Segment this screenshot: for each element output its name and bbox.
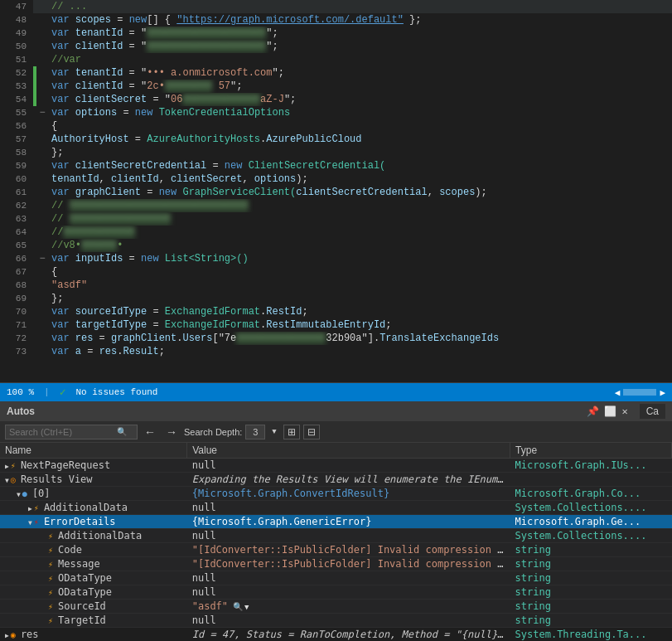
prop-icon: ⚡ — [48, 602, 58, 611]
search-icon[interactable]: 🔍 — [117, 427, 127, 437]
debug-row[interactable]: ⚡ ODataTypenullstring — [0, 571, 672, 585]
search-box[interactable]: 🔍 — [5, 425, 138, 439]
err-icon: ⚡ — [34, 517, 44, 527]
autos-title: Autos — [7, 405, 35, 417]
nav-forward-button[interactable]: → — [162, 424, 181, 440]
debug-row-res[interactable]: ◉ resId = 47, Status = RanToCompletion, … — [0, 628, 672, 642]
zoom-level[interactable]: 100 % — [7, 387, 34, 397]
debug-row[interactable]: ⚡ Message"[IdConverter::IsPublicFolder] … — [0, 557, 672, 571]
code-line-56: 56 { — [0, 119, 672, 133]
code-line-51: 51 //var — [0, 53, 672, 66]
col-header-type: Type — [510, 443, 672, 459]
code-line-73: 73 var a = res.Result; — [0, 345, 672, 358]
dropdown-arrow-icon[interactable]: ▼ — [268, 426, 279, 438]
pin-icon[interactable]: 📌 — [587, 405, 599, 418]
prop-icon: ⚡ — [48, 560, 58, 569]
debug-toolbar: 🔍 ← → Search Depth: ▼ ⊞ ⊟ — [0, 421, 672, 443]
nav-back-button[interactable]: ← — [141, 424, 159, 440]
filter-button[interactable]: ⊞ — [283, 425, 300, 439]
status-text: No issues found — [75, 387, 157, 397]
code-line-70: 70 var sourceIdType = ExchangeIdFormat.R… — [0, 305, 672, 318]
search-input[interactable] — [9, 427, 117, 437]
status-bar: 100 % | ✓ No issues found ◀ ▶ — [0, 383, 672, 401]
col-header-name: Name — [0, 443, 187, 459]
code-line-62: 62 // •••••••••••••••••••••••••••••• — [0, 199, 672, 212]
obj-icon: ● — [22, 489, 32, 498]
code-line-48: 48 var scopes = new[] { "https://graph.m… — [0, 13, 672, 27]
scrollbar-indicator — [623, 389, 656, 396]
nav-left-icon[interactable]: ◀ — [615, 387, 621, 398]
debug-row[interactable]: ⚡ ErrorDetails{Microsoft.Graph.GenericEr… — [0, 515, 672, 529]
code-line-50: 50 var clientId = "••••••••••••••••••••"… — [0, 40, 672, 53]
code-table: 47 // ...48 var scopes = new[] { "https:… — [0, 0, 672, 358]
code-line-57: 57 AuthorityHost = AzureAuthorityHosts.A… — [0, 133, 672, 146]
code-line-53: 53 var clientId = "2c••••••••• 57"; — [0, 80, 672, 93]
code-line-47: 47 // ... — [0, 0, 672, 13]
code-line-63: 63 // ••••••••••••••••• — [0, 212, 672, 226]
debug-row[interactable]: ● [0]{Microsoft.Graph.ConvertIdResult}Mi… — [0, 487, 672, 501]
debug-row[interactable]: ⚡ TargetIdnullstring — [0, 614, 672, 628]
debug-row[interactable]: ⚡ ODataTypenullstring — [0, 585, 672, 600]
code-line-66: 66− var inputIds = new List<String>() — [0, 252, 672, 265]
editor-area: 47 // ...48 var scopes = new[] { "https:… — [0, 0, 672, 383]
code-line-72: 72 var res = graphClient.Users["7e••••••… — [0, 332, 672, 345]
status-check-icon: ✓ — [60, 386, 66, 399]
code-line-49: 49 var tenantId = "••••••••••••••••••••"… — [0, 27, 672, 40]
debug-row[interactable]: ◎ Results ViewExpanding the Results View… — [0, 473, 672, 487]
code-line-67: 67 { — [0, 265, 672, 279]
col-header-value: Value — [187, 443, 510, 459]
debug-row[interactable]: ⚡ AdditionalDatanullSystem.Collections..… — [0, 529, 672, 543]
code-line-55: 55− var options = new TokenCredentialOpt… — [0, 106, 672, 119]
debug-row[interactable]: ⚡ NextPageRequestnullMicrosoft.Graph.IUs… — [0, 459, 672, 473]
nav-right-icon[interactable]: ▶ — [660, 387, 665, 398]
ca-tab[interactable]: Ca — [640, 404, 665, 419]
code-line-71: 71 var targetIdType = ExchangeIdFormat.R… — [0, 318, 672, 332]
code-line-52: 52 var tenantId = "••• a.onmicrosoft.com… — [0, 66, 672, 80]
value-search-icon[interactable]: 🔍 — [228, 602, 243, 611]
value-dropdown-icon[interactable]: ▼ — [244, 603, 249, 611]
res-icon: ◎ — [11, 475, 21, 484]
code-line-68: 68 "asdf" — [0, 279, 672, 292]
code-line-58: 58 }; — [0, 146, 672, 159]
debug-row[interactable]: ⚡ Code"[IdConverter::IsPublicFolder] Inv… — [0, 543, 672, 557]
prop-icon: ⚡ — [11, 461, 21, 470]
debug-table: Name Value Type ⚡ NextPageRequestnullMic… — [0, 443, 672, 641]
float-icon[interactable]: ⬜ — [604, 405, 616, 418]
code-line-64: 64 //•••••••••••• — [0, 226, 672, 239]
search-depth-input[interactable] — [245, 425, 265, 439]
debug-row[interactable]: ⚡ AdditionalDatanullSystem.Collections..… — [0, 501, 672, 515]
debug-row[interactable]: ⚡ SourceId"asdf" 🔍▼string — [0, 600, 672, 614]
close-icon[interactable]: ✕ — [621, 405, 627, 418]
debug-panel: Autos 📌 ⬜ ✕ Ca 🔍 ← → Search Depth: ▼ ⊞ ⊟… — [0, 401, 672, 641]
prop-icon: ⚡ — [48, 588, 58, 597]
debug-header-right: 📌 ⬜ ✕ Ca — [587, 404, 665, 419]
prop-icon: ⚡ — [34, 503, 44, 512]
status-sep: | — [44, 387, 50, 397]
expand-button[interactable]: ⊟ — [303, 425, 320, 439]
debug-table-wrapper[interactable]: Name Value Type ⚡ NextPageRequestnullMic… — [0, 443, 672, 641]
code-line-65: 65 //v8•••••••• — [0, 239, 672, 252]
code-line-60: 60 tenantId, clientId, clientSecret, opt… — [0, 172, 672, 186]
search-depth-label: Search Depth: — [184, 427, 242, 437]
prop-icon: ⚡ — [48, 546, 58, 555]
code-line-54: 54 var clientSecret = "06•••••••••••••aZ… — [0, 93, 672, 106]
code-line-59: 59 var clientSecretCredential = new Clie… — [0, 159, 672, 172]
prop-icon: ⚡ — [48, 616, 58, 625]
prop-icon: ⚡ — [48, 532, 58, 541]
code-line-61: 61 var graphClient = new GraphServiceCli… — [0, 186, 672, 199]
debug-header: Autos 📌 ⬜ ✕ Ca — [0, 401, 672, 421]
prop-icon: ⚡ — [48, 574, 58, 583]
code-line-69: 69 }; — [0, 292, 672, 305]
